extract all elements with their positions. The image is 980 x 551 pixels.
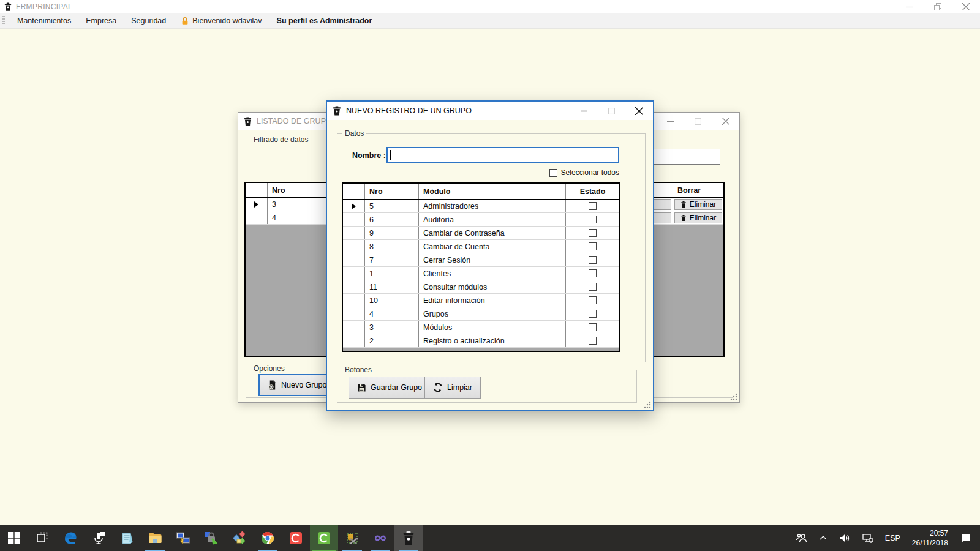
module-row[interactable]: 9 Cambiar de Contraseña xyxy=(343,227,619,240)
camtasia-red-icon[interactable] xyxy=(282,525,310,551)
lock-sync-icon[interactable] xyxy=(197,525,225,551)
module-row[interactable]: 1 Clientes xyxy=(343,267,619,280)
app-trash-taskbar-icon[interactable] xyxy=(394,525,423,551)
main-window-title: FRMPRINCIPAL xyxy=(16,2,72,11)
lock-icon xyxy=(181,17,189,26)
notepad-icon[interactable] xyxy=(113,525,141,551)
app-trash-icon xyxy=(332,106,342,116)
estado-checkbox[interactable] xyxy=(589,269,597,277)
clock[interactable]: 20:57 26/11/2018 xyxy=(907,528,953,548)
select-all-checkbox[interactable]: Seleccionar todos xyxy=(549,168,619,177)
chevron-up-icon[interactable] xyxy=(815,525,832,551)
sql-tools-icon[interactable] xyxy=(338,525,366,551)
microphone-icon[interactable] xyxy=(85,525,113,551)
row-selector[interactable] xyxy=(343,321,365,334)
list-minimize-button[interactable] xyxy=(657,113,684,130)
list-maximize-button[interactable] xyxy=(684,113,712,130)
dialog-maximize-button[interactable] xyxy=(598,102,625,120)
module-row[interactable]: 8 Cambiar de Cuenta xyxy=(343,240,619,253)
nombre-label: Nombre : xyxy=(352,151,386,160)
estado-checkbox[interactable] xyxy=(589,323,597,331)
list-resize-grip[interactable] xyxy=(730,393,737,400)
dialog-title: NUEVO REGISTRO DE UN GRUPO xyxy=(346,107,472,115)
nombre-input[interactable] xyxy=(386,147,619,163)
main-minimize-button[interactable] xyxy=(895,0,924,13)
list-window-title: LISTADO DE GRUPOS xyxy=(257,117,337,126)
main-close-button[interactable] xyxy=(952,0,980,13)
dialog-minimize-button[interactable] xyxy=(570,102,598,120)
checkbox-icon[interactable] xyxy=(549,169,557,177)
visual-studio-icon[interactable] xyxy=(366,525,394,551)
task-view-icon[interactable] xyxy=(28,525,56,551)
estado-checkbox[interactable] xyxy=(589,283,597,291)
estado-checkbox[interactable] xyxy=(589,216,597,223)
dialog-close-button[interactable] xyxy=(625,102,653,120)
chrome-icon[interactable] xyxy=(254,525,282,551)
row-selector[interactable] xyxy=(343,334,365,347)
row-selector[interactable] xyxy=(343,267,365,280)
new-group-button[interactable]: Nuevo Grupo xyxy=(258,374,336,396)
modules-col-estado[interactable]: Estado xyxy=(566,184,619,199)
remote-desktop-icon[interactable] xyxy=(169,525,197,551)
menu-empresa[interactable]: Empresa xyxy=(78,13,124,29)
estado-checkbox[interactable] xyxy=(589,256,597,264)
clear-button[interactable]: Limpiar xyxy=(424,377,481,399)
botones-group-label: Botones xyxy=(342,365,374,374)
delete-button[interactable]: Eliminar xyxy=(674,212,722,223)
menu-seguridad[interactable]: Seguridad xyxy=(124,13,173,29)
modules-col-nro[interactable]: Nro xyxy=(365,184,419,199)
estado-checkbox[interactable] xyxy=(589,310,597,318)
file-explorer-icon[interactable] xyxy=(141,525,169,551)
version-control-icon[interactable] xyxy=(225,525,254,551)
main-window-titlebar[interactable]: FRMPRINCIPAL xyxy=(0,0,980,13)
row-selector[interactable] xyxy=(343,240,365,253)
groups-col-borrar[interactable]: Borrar xyxy=(673,183,723,197)
delete-button[interactable]: Eliminar xyxy=(674,199,722,210)
menu-mantenimientos[interactable]: Mantenimientos xyxy=(10,13,78,29)
modules-col-modulo[interactable]: Mòdulo xyxy=(419,184,566,199)
row-selector[interactable] xyxy=(343,213,365,226)
current-row-arrow-icon xyxy=(254,201,258,208)
module-row[interactable]: 2 Registro o actualización xyxy=(343,334,619,348)
module-row[interactable]: 11 Consultar módulos xyxy=(343,280,619,294)
module-row[interactable]: 7 Cerrar Sesión xyxy=(343,253,619,267)
estado-checkbox[interactable] xyxy=(589,242,597,250)
module-row[interactable]: 10 Editar información xyxy=(343,294,619,307)
estado-checkbox[interactable] xyxy=(589,229,597,237)
dialog-titlebar[interactable]: NUEVO REGISTRO DE UN GRUPO xyxy=(327,102,653,120)
clock-date: 26/11/2018 xyxy=(912,538,948,548)
volume-icon[interactable] xyxy=(834,525,855,551)
language-indicator[interactable]: ESP xyxy=(881,525,905,551)
list-close-button[interactable] xyxy=(712,113,739,130)
botones-groupbox: Botones Guardar Grupo Limpiar xyxy=(337,370,637,403)
toolstrip-grip[interactable] xyxy=(2,16,5,26)
module-row[interactable]: 5 Administradores xyxy=(343,200,619,213)
row-selector[interactable] xyxy=(343,253,365,266)
camtasia-green-icon[interactable] xyxy=(310,525,338,551)
row-selector[interactable] xyxy=(246,211,268,224)
row-selector[interactable] xyxy=(343,294,365,307)
people-icon[interactable] xyxy=(791,525,812,551)
row-selector[interactable] xyxy=(343,200,365,212)
row-selector[interactable] xyxy=(246,198,268,211)
save-group-button[interactable]: Guardar Grupo xyxy=(349,377,431,399)
menu-bienvenido[interactable]: Bienvenido wdavilav xyxy=(173,13,269,29)
clock-time: 20:57 xyxy=(912,528,948,538)
action-center-icon[interactable] xyxy=(956,525,976,551)
module-row[interactable]: 3 Módulos xyxy=(343,321,619,334)
module-row[interactable]: 6 Auditoría xyxy=(343,213,619,227)
estado-checkbox[interactable] xyxy=(589,337,597,345)
edge-icon[interactable] xyxy=(56,525,85,551)
datos-group-label: Datos xyxy=(342,129,366,138)
menu-perfil[interactable]: Su perfil es Administrador xyxy=(270,13,380,29)
estado-checkbox[interactable] xyxy=(589,202,597,210)
dialog-resize-grip[interactable] xyxy=(644,401,651,408)
row-selector[interactable] xyxy=(343,227,365,239)
module-row[interactable]: 4 Grupos xyxy=(343,307,619,321)
estado-checkbox[interactable] xyxy=(589,296,597,304)
start-button[interactable] xyxy=(0,525,28,551)
row-selector[interactable] xyxy=(343,280,365,293)
row-selector[interactable] xyxy=(343,307,365,320)
main-restore-button[interactable] xyxy=(924,0,952,13)
network-icon[interactable] xyxy=(858,525,878,551)
